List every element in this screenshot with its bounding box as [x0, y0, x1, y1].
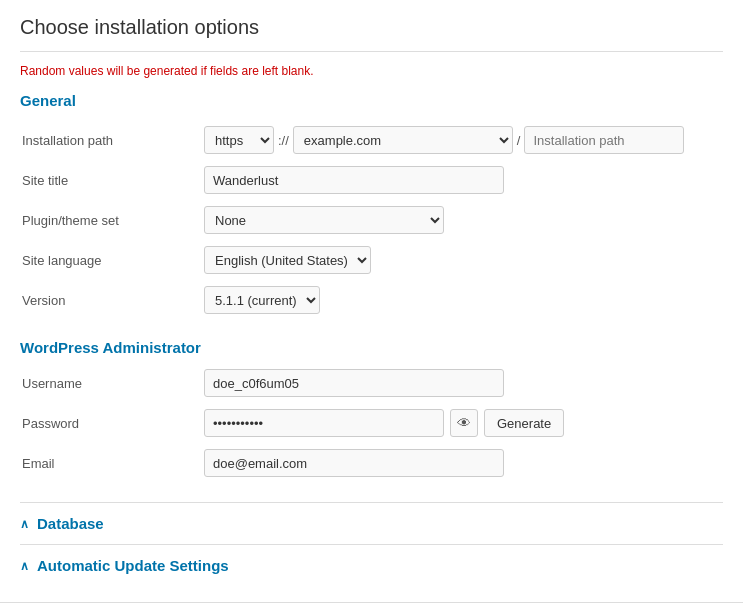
site-title-row: Site title	[22, 161, 721, 199]
database-chevron: ∧	[20, 517, 29, 531]
database-section-label: Database	[37, 515, 104, 532]
site-language-select[interactable]: English (United States)	[204, 246, 371, 274]
version-row: Version 5.1.1 (current)	[22, 281, 721, 319]
version-label: Version	[22, 281, 202, 319]
email-input[interactable]	[204, 449, 504, 477]
auto-update-chevron: ∧	[20, 559, 29, 573]
plugin-theme-select[interactable]: None	[204, 206, 444, 234]
path-input[interactable]	[524, 126, 684, 154]
plugin-theme-label: Plugin/theme set	[22, 201, 202, 239]
notice-text: Random values will be generated if field…	[20, 64, 723, 78]
site-language-row: Site language English (United States)	[22, 241, 721, 279]
password-input[interactable]	[204, 409, 444, 437]
installation-path-label: Installation path	[22, 121, 202, 159]
footer: Install Cancel	[0, 602, 743, 614]
username-row: Username	[22, 364, 721, 402]
password-field-row: 👁 Generate	[204, 409, 721, 437]
site-title-input[interactable]	[204, 166, 504, 194]
installation-path-row: Installation path https http :// example…	[22, 121, 721, 159]
wp-admin-form: Username Password 👁 Generate Email	[20, 362, 723, 484]
path-row: https http :// example.com /	[204, 126, 721, 154]
database-section: ∧ Database	[20, 502, 723, 544]
plugin-theme-row: Plugin/theme set None	[22, 201, 721, 239]
version-select[interactable]: 5.1.1 (current)	[204, 286, 320, 314]
auto-update-section-header[interactable]: ∧ Automatic Update Settings	[20, 557, 723, 574]
auto-update-section-label: Automatic Update Settings	[37, 557, 229, 574]
email-row: Email	[22, 444, 721, 482]
protocol-separator: ://	[278, 133, 289, 148]
generate-password-button[interactable]: Generate	[484, 409, 564, 437]
eye-icon: 👁	[457, 415, 471, 431]
slash-separator: /	[517, 133, 521, 148]
general-form: Installation path https http :// example…	[20, 119, 723, 321]
protocol-select[interactable]: https http	[204, 126, 274, 154]
password-row: Password 👁 Generate	[22, 404, 721, 442]
toggle-password-button[interactable]: 👁	[450, 409, 478, 437]
database-section-header[interactable]: ∧ Database	[20, 515, 723, 532]
site-title-label: Site title	[22, 161, 202, 199]
wp-admin-section-title: WordPress Administrator	[20, 339, 723, 356]
page-title: Choose installation options	[20, 16, 723, 52]
password-label: Password	[22, 404, 202, 442]
general-section-title: General	[20, 92, 723, 109]
site-language-label: Site language	[22, 241, 202, 279]
username-input[interactable]	[204, 369, 504, 397]
username-label: Username	[22, 364, 202, 402]
email-label: Email	[22, 444, 202, 482]
auto-update-section: ∧ Automatic Update Settings	[20, 544, 723, 586]
domain-select[interactable]: example.com	[293, 126, 513, 154]
